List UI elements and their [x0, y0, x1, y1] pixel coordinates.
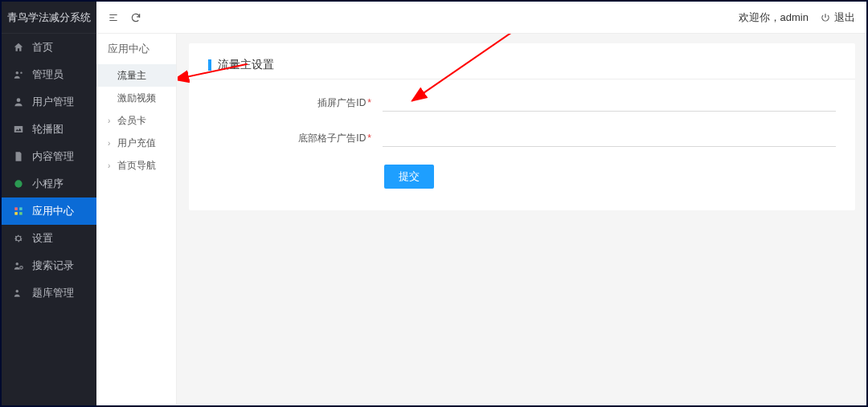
sidebar-item-searchlog[interactable]: 搜索记录: [2, 252, 96, 279]
sub-item-member[interactable]: › 会员卡: [96, 109, 176, 132]
sub-item-label: 流量主: [117, 69, 146, 83]
sidebar-item-label: 首页: [32, 40, 53, 55]
svg-rect-7: [14, 212, 18, 215]
form-row-interstitial: 插屏广告ID*: [208, 94, 836, 112]
sidebar-item-home[interactable]: 首页: [2, 34, 96, 61]
sidebar-item-label: 管理员: [32, 67, 63, 82]
user-icon: [13, 96, 24, 108]
svg-point-10: [20, 267, 23, 270]
power-icon: [820, 12, 831, 23]
user-book-icon: [13, 287, 24, 299]
form-card: 流量主设置 插屏广告ID* 底部格子广告ID*: [189, 43, 855, 210]
sub-item-homenav[interactable]: › 首页导航: [96, 154, 176, 177]
sub-item-label: 会员卡: [117, 114, 146, 128]
required-mark: *: [367, 132, 371, 144]
svg-point-11: [16, 290, 19, 293]
svg-point-9: [16, 263, 19, 266]
submit-button[interactable]: 提交: [384, 165, 434, 189]
svg-rect-8: [19, 212, 23, 215]
chevron-right-icon: ›: [108, 116, 113, 125]
svg-rect-3: [14, 126, 23, 132]
file-icon: [13, 151, 24, 162]
sidebar-item-settings[interactable]: 设置: [2, 225, 96, 252]
logout-button[interactable]: 退出: [820, 10, 855, 25]
card-title: 流量主设置: [208, 58, 836, 72]
sidebar-item-appcenter[interactable]: 应用中心: [2, 197, 96, 225]
collapse-toggle[interactable]: [108, 12, 119, 23]
welcome-prefix: 欢迎你，: [739, 11, 780, 23]
refresh-button[interactable]: [130, 12, 141, 23]
sidebar-item-questionbank[interactable]: 题库管理: [2, 279, 96, 307]
home-icon: [13, 42, 24, 53]
brand-text: 青鸟学法减分系统: [7, 10, 91, 25]
title-accent-bar: [208, 59, 211, 71]
sidebar-item-miniprogram[interactable]: 小程序: [2, 170, 96, 197]
grid-icon: [13, 178, 24, 189]
sidebar-item-label: 小程序: [32, 177, 63, 191]
main-sidebar: 青鸟学法减分系统 首页 管理员 用户管理 轮播图: [2, 2, 96, 405]
sidebar-item-label: 设置: [32, 231, 53, 246]
sidebar-item-label: 搜索记录: [32, 258, 74, 273]
card-title-text: 流量主设置: [218, 58, 274, 72]
sidebar-item-label: 题库管理: [32, 286, 74, 300]
form-label: 插屏广告ID*: [208, 96, 373, 110]
svg-point-2: [17, 98, 21, 102]
logout-label: 退出: [834, 10, 855, 25]
form-label: 底部格子广告ID*: [208, 132, 373, 145]
sidebar-brand: 青鸟学法减分系统: [2, 2, 96, 34]
sidebar-item-label: 轮播图: [32, 122, 63, 136]
sidebar-item-admin[interactable]: 管理员: [2, 61, 96, 88]
sub-item-traffic[interactable]: 流量主: [96, 64, 176, 87]
image-icon: [13, 124, 24, 135]
sidebar-item-carousel[interactable]: 轮播图: [2, 116, 96, 143]
svg-rect-5: [14, 207, 18, 210]
interstitial-ad-id-input[interactable]: [383, 94, 836, 112]
sidebar-item-label: 内容管理: [32, 149, 74, 164]
sidebar-item-label: 应用中心: [32, 204, 74, 218]
content-area: 流量主设置 插屏广告ID* 底部格子广告ID*: [178, 34, 866, 405]
chevron-right-icon: ›: [108, 161, 113, 170]
welcome-text: 欢迎你，admin: [739, 10, 809, 25]
sub-item-video[interactable]: 激励视频: [96, 87, 176, 109]
sidebar-item-content[interactable]: 内容管理: [2, 143, 96, 170]
svg-point-4: [14, 180, 22, 187]
sub-sidebar: 应用中心 流量主 激励视频 › 会员卡 › 用户充值: [96, 34, 177, 405]
search-user-icon: [13, 260, 24, 271]
sub-item-label: 用户充值: [117, 136, 156, 150]
svg-rect-6: [19, 207, 23, 210]
svg-point-1: [20, 72, 22, 74]
sub-item-recharge[interactable]: › 用户充值: [96, 132, 176, 154]
chevron-right-icon: ›: [108, 139, 113, 148]
bottom-grid-ad-id-input[interactable]: [383, 129, 836, 147]
sidebar-item-label: 用户管理: [32, 95, 74, 109]
svg-point-0: [16, 71, 19, 75]
sub-sidebar-title: 应用中心: [96, 34, 176, 64]
sidebar-item-users[interactable]: 用户管理: [2, 88, 96, 116]
divider: [189, 79, 855, 79]
user-name: admin: [780, 11, 809, 23]
form-row-bottomgrid: 底部格子广告ID*: [208, 129, 836, 147]
sub-item-label: 首页导航: [117, 159, 156, 173]
gear-icon: [13, 233, 24, 244]
user-cog-icon: [13, 69, 24, 80]
layers-icon: [13, 206, 24, 217]
top-header: 欢迎你，admin 退出: [96, 2, 866, 34]
required-mark: *: [367, 97, 371, 108]
sub-item-label: 激励视频: [117, 92, 156, 105]
